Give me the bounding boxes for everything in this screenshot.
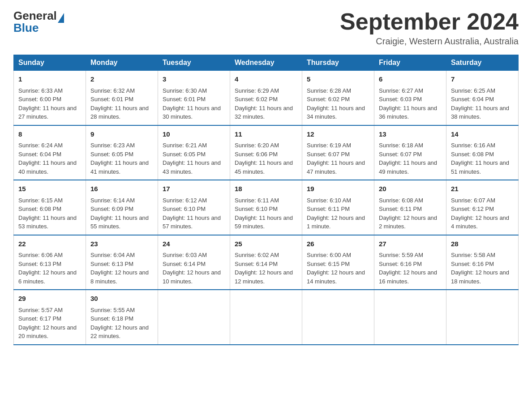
weekday-header-row: SundayMondayTuesdayWednesdayThursdayFrid… xyxy=(14,55,519,71)
day-number: 11 xyxy=(235,129,297,140)
day-info: Sunrise: 6:07 AMSunset: 6:12 PMDaylight:… xyxy=(451,196,514,231)
calendar-cell: 23Sunrise: 6:04 AMSunset: 6:13 PMDayligh… xyxy=(86,235,158,290)
calendar-cell: 29Sunrise: 5:57 AMSunset: 6:17 PMDayligh… xyxy=(14,290,86,345)
calendar-cell: 8Sunrise: 6:24 AMSunset: 6:04 PMDaylight… xyxy=(14,125,86,180)
calendar-cell: 20Sunrise: 6:08 AMSunset: 6:11 PMDayligh… xyxy=(374,180,446,235)
calendar-table: SundayMondayTuesdayWednesdayThursdayFrid… xyxy=(13,55,519,345)
calendar-cell: 28Sunrise: 5:58 AMSunset: 6:16 PMDayligh… xyxy=(446,235,519,290)
calendar-cell: 9Sunrise: 6:23 AMSunset: 6:05 PMDaylight… xyxy=(86,125,158,180)
day-info: Sunrise: 6:24 AMSunset: 6:04 PMDaylight:… xyxy=(18,141,81,176)
calendar-cell: 14Sunrise: 6:16 AMSunset: 6:08 PMDayligh… xyxy=(446,125,519,180)
day-number: 6 xyxy=(379,74,442,85)
day-info: Sunrise: 5:59 AMSunset: 6:16 PMDaylight:… xyxy=(379,251,442,286)
day-number: 4 xyxy=(235,74,297,85)
calendar-cell: 30Sunrise: 5:55 AMSunset: 6:18 PMDayligh… xyxy=(86,290,158,345)
calendar-cell: 19Sunrise: 6:10 AMSunset: 6:11 PMDayligh… xyxy=(302,180,374,235)
weekday-header-saturday: Saturday xyxy=(446,55,519,71)
day-number: 16 xyxy=(90,184,153,194)
day-number: 10 xyxy=(163,129,225,140)
day-info: Sunrise: 6:30 AMSunset: 6:01 PMDaylight:… xyxy=(163,86,225,121)
day-number: 19 xyxy=(307,184,369,194)
day-info: Sunrise: 6:12 AMSunset: 6:10 PMDaylight:… xyxy=(163,196,225,231)
day-number: 24 xyxy=(163,239,225,249)
calendar-cell: 10Sunrise: 6:21 AMSunset: 6:05 PMDayligh… xyxy=(158,125,230,180)
day-number: 30 xyxy=(90,294,153,304)
calendar-cell xyxy=(374,290,446,345)
calendar-cell: 2Sunrise: 6:32 AMSunset: 6:01 PMDaylight… xyxy=(86,71,158,125)
day-info: Sunrise: 6:00 AMSunset: 6:15 PMDaylight:… xyxy=(307,251,369,286)
day-number: 25 xyxy=(235,239,297,249)
calendar-cell: 16Sunrise: 6:14 AMSunset: 6:09 PMDayligh… xyxy=(86,180,158,235)
calendar-cell: 13Sunrise: 6:18 AMSunset: 6:07 PMDayligh… xyxy=(374,125,446,180)
calendar-cell xyxy=(446,290,519,345)
week-row-4: 22Sunrise: 6:06 AMSunset: 6:13 PMDayligh… xyxy=(14,235,519,290)
day-number: 9 xyxy=(90,129,153,140)
day-info: Sunrise: 6:28 AMSunset: 6:02 PMDaylight:… xyxy=(307,86,369,121)
weekday-header-sunday: Sunday xyxy=(14,55,86,71)
calendar-cell: 11Sunrise: 6:20 AMSunset: 6:06 PMDayligh… xyxy=(230,125,302,180)
calendar-cell: 27Sunrise: 5:59 AMSunset: 6:16 PMDayligh… xyxy=(374,235,446,290)
day-number: 20 xyxy=(379,184,442,194)
calendar-cell: 24Sunrise: 6:03 AMSunset: 6:14 PMDayligh… xyxy=(158,235,230,290)
weekday-header-thursday: Thursday xyxy=(302,55,374,71)
day-info: Sunrise: 6:04 AMSunset: 6:13 PMDaylight:… xyxy=(90,251,153,286)
calendar-cell: 25Sunrise: 6:02 AMSunset: 6:14 PMDayligh… xyxy=(230,235,302,290)
day-info: Sunrise: 6:14 AMSunset: 6:09 PMDaylight:… xyxy=(90,196,153,231)
day-number: 8 xyxy=(18,129,81,140)
day-info: Sunrise: 6:23 AMSunset: 6:05 PMDaylight:… xyxy=(90,141,153,176)
title-section: September 2024 Craigie, Western Australi… xyxy=(340,9,519,47)
calendar-cell: 17Sunrise: 6:12 AMSunset: 6:10 PMDayligh… xyxy=(158,180,230,235)
day-number: 5 xyxy=(307,74,369,85)
day-info: Sunrise: 6:29 AMSunset: 6:02 PMDaylight:… xyxy=(235,86,297,121)
calendar-cell: 5Sunrise: 6:28 AMSunset: 6:02 PMDaylight… xyxy=(302,71,374,125)
calendar-cell: 6Sunrise: 6:27 AMSunset: 6:03 PMDaylight… xyxy=(374,71,446,125)
calendar-cell: 15Sunrise: 6:15 AMSunset: 6:08 PMDayligh… xyxy=(14,180,86,235)
day-info: Sunrise: 6:02 AMSunset: 6:14 PMDaylight:… xyxy=(235,251,297,286)
day-number: 13 xyxy=(379,129,442,140)
day-number: 28 xyxy=(451,239,514,249)
day-number: 14 xyxy=(451,129,514,140)
logo-triangle-icon xyxy=(58,13,64,23)
calendar-cell: 22Sunrise: 6:06 AMSunset: 6:13 PMDayligh… xyxy=(14,235,86,290)
day-info: Sunrise: 6:08 AMSunset: 6:11 PMDaylight:… xyxy=(379,196,442,231)
day-info: Sunrise: 6:06 AMSunset: 6:13 PMDaylight:… xyxy=(18,251,81,286)
calendar-cell: 4Sunrise: 6:29 AMSunset: 6:02 PMDaylight… xyxy=(230,71,302,125)
day-info: Sunrise: 6:27 AMSunset: 6:03 PMDaylight:… xyxy=(379,86,442,121)
week-row-2: 8Sunrise: 6:24 AMSunset: 6:04 PMDaylight… xyxy=(14,125,519,180)
day-info: Sunrise: 6:15 AMSunset: 6:08 PMDaylight:… xyxy=(18,196,81,231)
day-info: Sunrise: 6:33 AMSunset: 6:00 PMDaylight:… xyxy=(18,86,81,121)
day-number: 3 xyxy=(163,74,225,85)
day-info: Sunrise: 6:18 AMSunset: 6:07 PMDaylight:… xyxy=(379,141,442,176)
day-number: 15 xyxy=(18,184,81,194)
day-info: Sunrise: 6:03 AMSunset: 6:14 PMDaylight:… xyxy=(163,251,225,286)
week-row-1: 1Sunrise: 6:33 AMSunset: 6:00 PMDaylight… xyxy=(14,71,519,125)
day-info: Sunrise: 6:11 AMSunset: 6:10 PMDaylight:… xyxy=(235,196,297,231)
day-info: Sunrise: 5:57 AMSunset: 6:17 PMDaylight:… xyxy=(18,306,81,341)
day-info: Sunrise: 6:25 AMSunset: 6:04 PMDaylight:… xyxy=(451,86,514,121)
day-info: Sunrise: 6:20 AMSunset: 6:06 PMDaylight:… xyxy=(235,141,297,176)
week-row-5: 29Sunrise: 5:57 AMSunset: 6:17 PMDayligh… xyxy=(14,290,519,345)
calendar-cell: 1Sunrise: 6:33 AMSunset: 6:00 PMDaylight… xyxy=(14,71,86,125)
week-row-3: 15Sunrise: 6:15 AMSunset: 6:08 PMDayligh… xyxy=(14,180,519,235)
calendar-cell: 12Sunrise: 6:19 AMSunset: 6:07 PMDayligh… xyxy=(302,125,374,180)
calendar-cell: 18Sunrise: 6:11 AMSunset: 6:10 PMDayligh… xyxy=(230,180,302,235)
day-number: 1 xyxy=(18,74,81,85)
page-header: General Blue September 2024 Craigie, Wes… xyxy=(13,9,519,47)
day-number: 21 xyxy=(451,184,514,194)
weekday-header-wednesday: Wednesday xyxy=(230,55,302,71)
day-info: Sunrise: 6:32 AMSunset: 6:01 PMDaylight:… xyxy=(90,86,153,121)
day-number: 22 xyxy=(18,239,81,249)
day-number: 26 xyxy=(307,239,369,249)
day-number: 12 xyxy=(307,129,369,140)
day-info: Sunrise: 6:16 AMSunset: 6:08 PMDaylight:… xyxy=(451,141,514,176)
day-number: 18 xyxy=(235,184,297,194)
calendar-cell: 3Sunrise: 6:30 AMSunset: 6:01 PMDaylight… xyxy=(158,71,230,125)
weekday-header-friday: Friday xyxy=(374,55,446,71)
day-info: Sunrise: 5:58 AMSunset: 6:16 PMDaylight:… xyxy=(451,251,514,286)
calendar-cell: 26Sunrise: 6:00 AMSunset: 6:15 PMDayligh… xyxy=(302,235,374,290)
day-info: Sunrise: 6:21 AMSunset: 6:05 PMDaylight:… xyxy=(163,141,225,176)
day-info: Sunrise: 6:10 AMSunset: 6:11 PMDaylight:… xyxy=(307,196,369,231)
calendar-cell xyxy=(302,290,374,345)
calendar-cell: 7Sunrise: 6:25 AMSunset: 6:04 PMDaylight… xyxy=(446,71,519,125)
day-number: 27 xyxy=(379,239,442,249)
